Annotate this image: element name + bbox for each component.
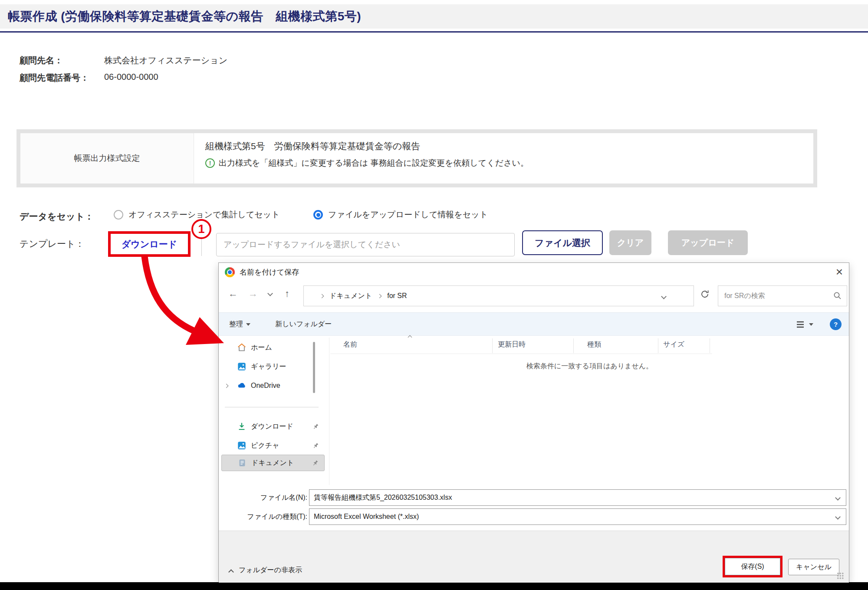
search-box [718,285,847,306]
pin-icon [312,459,319,467]
breadcrumb-chevron-icon [378,294,382,298]
documents-icon [237,458,247,468]
pin-icon [312,442,319,449]
sidebar-item-label: ドキュメント [251,459,312,468]
output-setting-row-label: 帳票出力様式設定 [20,133,194,184]
sort-ascending-icon [408,335,412,340]
chevron-up-icon [228,569,234,575]
client-name-row: 顧問先名： 株式会社オフィスステーション [20,55,104,66]
client-phone-value: 06-0000-0000 [104,72,158,82]
save-button[interactable]: 保存(S) [725,558,780,575]
data-set-label: データをセット： [20,210,94,223]
sidebar-item-pictures[interactable]: ピクチャ [221,437,325,454]
column-header-underline [330,354,712,354]
output-style-title: 組機様式第5号 労働保険料等算定基礎賃金等の報告 [205,140,802,152]
chevron-down-icon[interactable] [835,495,841,501]
upload-file-input[interactable] [216,233,515,256]
sidebar-item-onedrive[interactable]: OneDrive [221,377,325,394]
search-input[interactable] [718,286,847,306]
sidebar-item-home[interactable]: ホーム [221,339,325,356]
chevron-down-icon[interactable] [835,514,841,520]
gallery-icon [237,362,247,371]
upload-button: アップロード [668,230,748,255]
view-list-icon[interactable] [796,321,805,328]
resize-grip[interactable] [837,572,844,579]
step1-badge: 1 [191,219,211,239]
organize-menu[interactable]: 整理 [229,320,250,329]
info-icon: ! [205,158,215,168]
breadcrumb-for-sr[interactable]: for SR [387,292,407,300]
back-icon[interactable]: ← [228,288,238,299]
breadcrumb-chevron-icon [320,294,324,298]
sidebar-item-label: ピクチャ [251,441,312,450]
organize-label: 整理 [229,320,243,329]
address-bar[interactable]: ドキュメント for SR [303,285,694,306]
client-phone-label: 顧問先電話番号： [20,72,104,84]
screen: 帳票作成 (労働保険料等算定基礎賃金等の報告 組機様式第5号) 顧問先名： 株式… [0,0,868,590]
clear-button: クリア [609,230,651,255]
expand-chevron-icon[interactable] [224,384,229,388]
radio-label-upload: ファイルをアップロードして情報をセット [328,209,488,220]
download-link[interactable]: ダウンロード [122,238,177,250]
sidebar-item-downloads[interactable]: ダウンロード [221,418,325,435]
dialog-titlebar: 名前を付けて保存 [219,263,849,281]
column-header-date[interactable]: 更新日時 [498,340,526,349]
home-icon [237,343,247,352]
up-icon[interactable]: ↑ [285,288,289,299]
output-style-note: 出力様式を「組様式」に変更する場合は 事務組合に設定変更を依頼してください。 [219,157,529,169]
radio-icon-selected[interactable] [313,210,323,220]
output-setting-box: 帳票出力様式設定 組機様式第5号 労働保険料等算定基礎賃金等の報告 ! 出力様式… [16,129,817,187]
recent-locations-chevron-icon[interactable] [267,291,273,296]
chrome-icon [225,267,235,277]
client-name-label: 顧問先名： [20,55,104,66]
breadcrumb-documents[interactable]: ドキュメント [329,292,372,301]
dropdown-triangle-icon [246,323,250,326]
refresh-icon[interactable] [700,289,710,299]
command-bar: 整理 新しいフォルダー ? [219,312,849,336]
dialog-title: 名前を付けて保存 [240,267,299,277]
sidebar-item-gallery[interactable]: ギャラリー [221,358,325,375]
radio-label-aggregate: オフィスステーションで集計してセット [128,209,280,220]
address-dropdown-chevron-icon[interactable] [661,294,667,299]
download-icon [237,422,247,431]
output-setting-content: 組機様式第5号 労働保険料等算定基礎賃金等の報告 ! 出力様式を「組様式」に変更… [194,133,813,184]
view-dropdown-triangle-icon[interactable] [809,323,813,326]
column-separator [658,338,658,353]
onedrive-icon [237,381,247,390]
header-underline [0,31,868,33]
column-header-size[interactable]: サイズ [663,340,684,349]
filename-value: 賃等報告組機様式第5_20260325105303.xlsx [314,493,452,502]
help-icon[interactable]: ? [830,318,842,330]
sidebar-separator [329,338,329,485]
sidebar-item-documents[interactable]: ドキュメント [221,455,325,471]
filename-combobox[interactable]: 賃等報告組機様式第5_20260325105303.xlsx [309,489,846,506]
dialog-footer: フォルダーの非表示 2 保存(S) キャンセル [219,531,849,583]
empty-folder-message: 検索条件に一致する項目はありません。 [330,362,849,371]
pin-icon [312,423,319,430]
cancel-button[interactable]: キャンセル [788,559,839,575]
column-separator [573,338,574,353]
column-separator [710,338,710,353]
new-folder-button[interactable]: 新しいフォルダー [275,320,332,329]
file-select-button[interactable]: ファイル選択 [522,230,603,255]
radio-option-upload[interactable]: ファイルをアップロードして情報をセット [313,209,488,220]
filetype-label: ファイルの種類(T): [227,512,307,521]
radio-icon-unselected[interactable] [114,210,123,220]
save-highlight-box: 保存(S) [723,556,783,577]
sidebar-scrollbar[interactable] [313,342,315,393]
hide-folders-toggle[interactable]: フォルダーの非表示 [239,566,302,575]
page-title: 帳票作成 (労働保険料等算定基礎賃金等の報告 組機様式第5号) [8,8,361,25]
new-folder-label: 新しいフォルダー [275,320,332,329]
sidebar-item-label: ダウンロード [251,422,312,431]
client-name-value: 株式会社オフィスステーション [104,55,227,66]
filetype-combobox[interactable]: Microsoft Excel Worksheet (*.xlsx) [309,508,846,525]
radio-option-aggregate[interactable]: オフィスステーションで集計してセット [114,209,280,220]
search-icon[interactable] [833,291,842,301]
column-header-name[interactable]: 名前 [343,340,357,349]
column-header-type[interactable]: 種類 [587,340,601,349]
screenshot-bottom-bar [0,582,868,590]
download-highlight-box: ダウンロード [108,231,191,257]
output-style-note-row: ! 出力様式を「組様式」に変更する場合は 事務組合に設定変更を依頼してください。 [205,157,802,169]
close-icon[interactable]: × [836,265,843,279]
sidebar-divider [225,407,319,407]
